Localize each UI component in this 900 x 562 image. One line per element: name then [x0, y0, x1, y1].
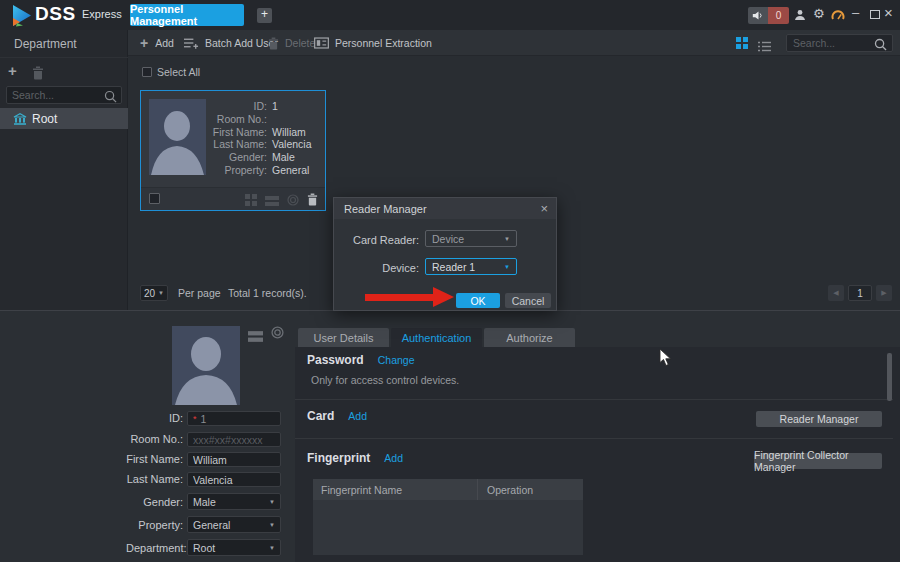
form-label: ID: [126, 412, 183, 424]
sidebar-item-label: Root [32, 112, 57, 126]
first-name-field [187, 452, 281, 467]
gender-value: Male [193, 496, 216, 508]
fingerprint-add-link[interactable]: Add [384, 452, 403, 464]
add-user-button[interactable]: + Add [140, 30, 174, 56]
field-label: Property: [205, 164, 267, 177]
personnel-extraction-button[interactable]: Personnel Extraction [314, 30, 432, 56]
fingerprint-icon[interactable] [287, 192, 299, 210]
speaker-icon [752, 10, 765, 21]
department-value: Root [193, 542, 215, 554]
delete-label: Delete [285, 37, 315, 49]
field-label: Last Name: [205, 138, 267, 151]
authentication-tab-content: Password Change Only for access control … [295, 347, 900, 562]
field-label: Room No.: [205, 113, 267, 126]
sidebar-item-root[interactable]: Root [0, 108, 128, 129]
select-all-checkbox[interactable] [142, 67, 152, 77]
sound-button[interactable] [748, 7, 768, 24]
page-size-select[interactable]: 20 ▼ [140, 285, 168, 301]
required-marker: * [193, 414, 197, 424]
search-icon[interactable] [104, 89, 117, 107]
personnel-search-input[interactable] [793, 36, 871, 50]
delete-department-icon[interactable] [32, 66, 44, 84]
person-card[interactable]: ID:1 Room No.: First Name:William Last N… [140, 90, 326, 211]
room-no-input[interactable] [193, 434, 275, 446]
field-value: Male [272, 151, 295, 164]
last-name-input[interactable] [193, 474, 275, 486]
chevron-down-icon: ▼ [269, 499, 275, 505]
tab-authorize[interactable]: Authorize [484, 328, 575, 347]
form-label: Property: [126, 519, 183, 531]
person-select-checkbox[interactable] [149, 193, 160, 204]
next-page-button[interactable]: ▶ [876, 285, 892, 301]
department-building-icon [13, 113, 27, 125]
form-label: First Name: [126, 453, 183, 465]
department-search-input[interactable] [12, 88, 102, 102]
fingerprint-table-header: Fingerprint Name Operation [313, 479, 583, 500]
detail-photo [172, 326, 240, 405]
tab-authentication[interactable]: Authentication [391, 328, 482, 347]
trash-icon [268, 37, 279, 50]
personnel-search-box [786, 34, 893, 52]
chevron-down-icon: ▼ [504, 236, 510, 242]
list-view-icon [758, 41, 771, 52]
fingerprint-section-title: Fingerprint [307, 451, 370, 465]
minimize-button[interactable]: – [852, 5, 859, 20]
alert-count-badge: 0 [768, 7, 789, 24]
per-page-label: Per page [178, 287, 221, 299]
annotation-arrow-head [433, 287, 454, 307]
settings-gear-icon[interactable]: ⚙ [813, 6, 825, 21]
issue-card-icon[interactable] [248, 328, 263, 346]
user-account-button[interactable] [793, 8, 807, 22]
fingerprint-table: Fingerprint Name Operation [313, 479, 583, 555]
property-select[interactable]: General ▼ [187, 516, 281, 533]
delete-person-icon[interactable] [307, 192, 318, 210]
close-button[interactable]: × [884, 4, 893, 21]
prev-page-button[interactable]: ◀ [828, 285, 844, 301]
device-value: Reader 1 [432, 261, 475, 273]
current-page-box[interactable]: 1 [848, 285, 872, 301]
password-section-title: Password [307, 353, 364, 367]
field-value: 1 [272, 100, 278, 113]
ok-button[interactable]: OK [456, 293, 500, 308]
plus-icon: + [140, 35, 148, 51]
issue-card-icon[interactable] [265, 192, 279, 210]
add-department-button[interactable]: + [8, 62, 17, 79]
chevron-down-icon: ▼ [158, 290, 164, 296]
search-icon[interactable] [874, 37, 887, 55]
field-value: William [272, 126, 306, 139]
form-label: Room No.: [126, 433, 183, 445]
tab-personnel-management[interactable]: Personnel Management [130, 4, 244, 26]
divider [0, 57, 128, 58]
delete-user-button[interactable]: Delete [268, 30, 315, 56]
cancel-button[interactable]: Cancel [505, 293, 551, 308]
id-field[interactable]: * 1 [187, 411, 281, 426]
user-icon [794, 9, 806, 21]
password-change-link[interactable]: Change [378, 354, 415, 366]
first-name-input[interactable] [193, 454, 275, 466]
fingerprint-icon[interactable] [271, 325, 284, 343]
card-add-link[interactable]: Add [348, 410, 367, 422]
new-tab-button[interactable]: + [257, 8, 272, 23]
department-select[interactable]: Root ▼ [187, 539, 281, 556]
fingerprint-collector-manager-button[interactable]: Fingerprint Collector Manager [754, 453, 882, 469]
scrollbar-thumb[interactable] [887, 353, 892, 401]
batch-add-user-button[interactable]: Batch Add User [184, 30, 278, 56]
field-value: Valencia [272, 138, 312, 151]
maximize-button[interactable] [870, 10, 880, 19]
mouse-cursor [659, 348, 672, 367]
card-grid-icon[interactable] [245, 192, 257, 210]
toolbar: + Add Batch Add User Delete [128, 30, 900, 56]
last-name-field [187, 472, 281, 487]
dialog-close-icon[interactable]: × [540, 203, 548, 214]
performance-gauge-button[interactable] [831, 8, 845, 22]
reader-manager-button[interactable]: Reader Manager [756, 411, 882, 427]
tab-user-details[interactable]: User Details [298, 328, 389, 347]
app-logo-subtext: Express [82, 8, 122, 20]
gender-select[interactable]: Male ▼ [187, 493, 281, 510]
card-reader-select[interactable]: Device ▼ [425, 230, 517, 247]
card-view-toggle[interactable] [736, 37, 749, 50]
device-label: Device: [334, 262, 419, 274]
device-select[interactable]: Reader 1 ▼ [425, 258, 517, 275]
app-window: DSS Express Personnel Management + 0 ⚙ – [0, 0, 900, 562]
list-view-toggle[interactable] [758, 38, 771, 56]
